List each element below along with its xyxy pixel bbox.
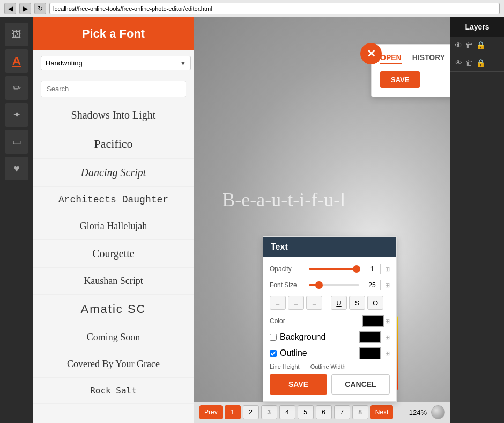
color-swatch[interactable] <box>362 315 384 327</box>
layer-visibility-icon-1[interactable]: 👁 <box>455 41 462 49</box>
zoom-knob[interactable] <box>431 405 445 419</box>
text-panel-body: Opacity ⊞ Font Size ⊞ <box>263 257 396 401</box>
font-list-item[interactable]: Dancing Script <box>33 159 194 187</box>
crop-icon: ▭ <box>12 136 21 148</box>
effects-tool-button[interactable]: ✦ <box>5 103 28 127</box>
outline-label: Outline <box>280 348 307 358</box>
heart-icon: ♥ <box>14 163 20 174</box>
layer-delete-icon-2[interactable]: 🗑 <box>465 59 473 67</box>
reload-button[interactable]: ↻ <box>34 3 46 14</box>
line-height-label: Line Height <box>270 363 300 370</box>
font-list-item[interactable]: Courgette <box>33 240 194 268</box>
align-left-button[interactable]: ≡ <box>270 296 286 310</box>
zoom-area: 124% <box>409 405 445 419</box>
ohl-popup: OPEN HISTORY LAYERS SAVE <box>371 44 450 97</box>
font-size-value-input[interactable] <box>364 280 381 290</box>
page-4-button[interactable]: 4 <box>279 405 295 419</box>
text-cancel-button[interactable]: CANCEL <box>331 374 390 395</box>
align-center-icon: ≡ <box>294 299 298 307</box>
strikethrough-button[interactable]: S <box>349 296 365 310</box>
page-2-button[interactable]: 2 <box>243 405 259 419</box>
outline-checkbox[interactable] <box>270 350 277 357</box>
open-tab[interactable]: OPEN <box>380 53 402 64</box>
text-tool-button[interactable]: A <box>5 49 28 73</box>
overline-button[interactable]: Ō <box>367 296 383 310</box>
font-list-item[interactable]: Gloria Hallelujah <box>33 213 194 240</box>
favorites-button[interactable]: ♥ <box>5 157 28 180</box>
underline-button[interactable]: U <box>331 296 347 310</box>
photo-tool-button[interactable]: 🖼 <box>5 23 28 46</box>
back-button[interactable]: ◀ <box>4 3 16 14</box>
canvas-text-overlay[interactable]: B-e-a-u-t-i-f-u-l <box>222 188 345 211</box>
background-expand-icon: ⊞ <box>385 334 390 341</box>
font-panel: Pick a Font Handwriting Sans Serif Serif… <box>33 17 194 423</box>
next-page-button[interactable]: Next <box>370 405 394 419</box>
underline-icon: U <box>336 299 341 307</box>
bottom-labels: Line Height Outline Width <box>270 363 390 370</box>
font-list: Shadows Into LightPacificoDancing Script… <box>33 101 194 423</box>
page-5-button[interactable]: 5 <box>298 405 314 419</box>
layer-visibility-icon-2[interactable]: 👁 <box>455 59 462 67</box>
prev-page-button[interactable]: Prev <box>199 405 223 419</box>
align-right-button[interactable]: ≡ <box>306 296 322 310</box>
font-search-input[interactable] <box>41 81 186 97</box>
forward-button[interactable]: ▶ <box>19 3 31 14</box>
page-8-button[interactable]: 8 <box>352 405 368 419</box>
font-size-slider[interactable] <box>309 284 359 286</box>
zoom-label: 124% <box>409 409 427 417</box>
photo-icon: 🖼 <box>12 29 21 40</box>
font-list-item[interactable]: Amatic SC <box>33 295 194 324</box>
opacity-label: Opacity <box>270 265 305 273</box>
font-list-item[interactable]: Covered By Your Grace <box>33 351 194 378</box>
pick-font-button[interactable]: Pick a Font <box>33 17 194 50</box>
brush-icon: ✏ <box>13 82 21 94</box>
close-popup-button[interactable]: ✕ <box>360 43 382 64</box>
color-label: Color <box>270 317 362 325</box>
opacity-expand-icon: ⊞ <box>385 266 390 273</box>
layer-lock-icon-1[interactable]: 🔒 <box>476 41 485 49</box>
font-list-item[interactable]: Shadows Into Light <box>33 101 194 129</box>
page-6-button[interactable]: 6 <box>316 405 332 419</box>
page-3-button[interactable]: 3 <box>261 405 277 419</box>
page-1-button[interactable]: 1 <box>225 405 241 419</box>
ohl-save-button[interactable]: SAVE <box>380 71 420 88</box>
opacity-slider[interactable] <box>309 268 359 270</box>
font-filter-row: Handwriting Sans Serif Serif Monospace D… <box>33 50 194 76</box>
align-center-button[interactable]: ≡ <box>288 296 304 310</box>
background-checkbox[interactable] <box>270 334 277 341</box>
background-color-swatch[interactable] <box>359 331 381 343</box>
font-list-item[interactable]: Rock Salt <box>33 378 194 404</box>
font-list-item[interactable]: Pacifico <box>33 129 194 159</box>
align-left-icon: ≡ <box>276 299 280 307</box>
text-properties-panel: Text Opacity ⊞ Font Size <box>263 236 397 402</box>
font-category-select[interactable]: Handwriting Sans Serif Serif Monospace D… <box>41 56 191 70</box>
outline-color-swatch[interactable] <box>359 347 381 359</box>
text-save-button[interactable]: SAVE <box>270 374 327 395</box>
align-right-icon: ≡ <box>312 299 316 307</box>
text-align-row: ≡ ≡ ≡ U S <box>270 296 390 310</box>
opacity-value-input[interactable] <box>364 264 381 274</box>
url-bar[interactable] <box>49 3 500 14</box>
brush-tool-button[interactable]: ✏ <box>5 76 28 100</box>
layer-delete-icon-1[interactable]: 🗑 <box>465 41 473 49</box>
layer-item-2: 👁 🗑 🔒 <box>450 54 504 72</box>
outline-row: Outline ⊞ <box>270 347 390 359</box>
alignment-buttons: ≡ ≡ ≡ <box>270 296 322 310</box>
text-icon: A <box>12 54 21 68</box>
browser-bar: ◀ ▶ ↻ <box>0 0 504 17</box>
icon-sidebar: 🖼 A ✏ ✦ ▭ ♥ <box>0 17 33 423</box>
right-panel: Layers 👁 🗑 🔒 👁 🗑 🔒 <box>450 17 504 423</box>
history-tab[interactable]: HISTORY <box>412 53 445 64</box>
strikethrough-icon: S <box>355 299 360 307</box>
font-list-item[interactable]: Kaushan Script <box>33 268 194 295</box>
layers-panel-header: Layers <box>450 17 504 37</box>
font-list-item[interactable]: Architects Daughter <box>33 187 194 213</box>
background-row: Background ⊞ <box>270 331 390 343</box>
layer-lock-icon-2[interactable]: 🔒 <box>476 59 485 67</box>
page-7-button[interactable]: 7 <box>334 405 350 419</box>
crop-tool-button[interactable]: ▭ <box>5 130 28 154</box>
text-style-buttons: U S Ō <box>331 296 383 310</box>
background-label: Background <box>280 332 325 342</box>
action-row: SAVE CANCEL <box>270 374 390 395</box>
font-list-item[interactable]: Coming Soon <box>33 324 194 351</box>
